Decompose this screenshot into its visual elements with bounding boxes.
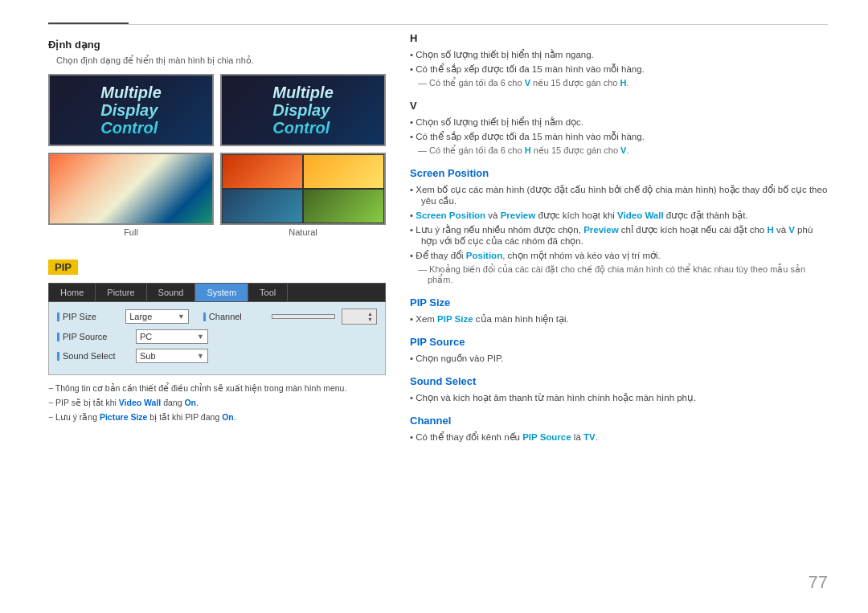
screen-pos-note: Khoảng biến đổi của các cài đặt cho chế …: [410, 264, 828, 285]
pip-source-right-label: PIP Source: [410, 336, 828, 348]
channel-label-inline: Channel: [203, 312, 265, 322]
v-bullet-1: Chọn số lượng thiết bị hiển thị nằm dọc.: [410, 116, 828, 128]
pip-source-label-inline: PIP Source: [57, 332, 129, 342]
channel-bullet-1: Có thể thay đổi kênh nếu PIP Source là T…: [410, 431, 828, 443]
page-number: 77: [809, 572, 828, 593]
label-full: Full: [48, 227, 214, 237]
photo-cell-4: [303, 189, 384, 223]
v-section-label: V: [410, 100, 828, 112]
menu-tab-sound[interactable]: Sound: [147, 284, 196, 301]
pip-size-right-label: PIP Size: [410, 296, 828, 309]
pip-size-bullet-1: Xem PIP Size của màn hình hiện tại.: [410, 313, 828, 325]
pip-menu-table: PIP Size Large ▼ Channel ▲ ▼: [48, 302, 386, 375]
screen-position-label: Screen Position: [410, 167, 828, 179]
screen-pos-bullet-3: Lưu ý rằng nếu nhiều nhóm được chọn, Pre…: [410, 224, 828, 247]
photo-cell-2: [303, 154, 384, 189]
display-format-grid: Multiple Display Control Multiple Displa…: [48, 74, 386, 237]
pip-badge: PIP: [48, 260, 78, 275]
dinh-dang-heading: Định dạng: [48, 39, 386, 51]
display-card-photo-full-wrapper: Full: [48, 153, 214, 237]
top-line: [48, 24, 828, 25]
sound-select-label-inline: Sound Select: [57, 351, 129, 362]
h-bullet-2: Có thể sắp xếp được tối đa 15 màn hình v…: [410, 63, 828, 75]
h-section-label: H: [410, 32, 828, 44]
sound-select-right-label: Sound Select: [410, 375, 828, 387]
pip-size-label: PIP Size: [57, 312, 119, 322]
card1-text: Multiple Display Control: [94, 77, 168, 143]
display-card-text-2: Multiple Display Control: [220, 74, 386, 146]
screen-pos-bullet-4: Để thay đổi Position, chọn một nhóm và k…: [410, 250, 828, 261]
pip-size-select[interactable]: Large ▼: [125, 309, 189, 324]
display-card-text-1: Multiple Display Control: [48, 74, 214, 146]
display-card-photo-natural-wrapper: Natural: [220, 153, 386, 237]
photo-cell-3: [222, 189, 303, 223]
screen-pos-bullet-1: Xem bố cục các màn hình (được đặt cấu hì…: [410, 184, 828, 206]
pip-menu-bar: Home Picture Sound System Tool: [48, 283, 386, 302]
photo-full-sim: [50, 154, 212, 223]
dinh-dang-sub: Chọn định dạng để hiển thị màn hình bị c…: [56, 55, 386, 66]
photo-cell-1: [222, 154, 303, 189]
pip-source-bullet-1: Chọn nguồn vào PIP.: [410, 353, 828, 364]
menu-row-pip-source: PIP Source PC ▼: [57, 329, 377, 344]
pip-source-select[interactable]: PC ▼: [136, 329, 208, 344]
label-natural: Natural: [220, 227, 386, 237]
note-2: PIP sẽ bị tắt khi Video Wall đang On.: [48, 398, 386, 407]
left-column: Định dạng Chọn định dạng để hiển thị màn…: [48, 32, 386, 446]
channel-input[interactable]: [272, 314, 335, 319]
menu-tab-picture[interactable]: Picture: [96, 284, 146, 301]
sound-select-bullet-1: Chọn và kích hoạt âm thanh từ màn hình c…: [410, 392, 828, 403]
menu-row-sound-select: Sound Select Sub ▼: [57, 349, 377, 363]
v-note: Có thể gán tối đa 6 cho H nếu 15 được gá…: [410, 145, 828, 156]
photo-grid: [222, 154, 384, 223]
card2-text: Multiple Display Control: [266, 77, 340, 143]
menu-tab-home[interactable]: Home: [49, 284, 96, 301]
h-note: Có thể gán tối đa 6 cho V nếu 15 được gá…: [410, 78, 828, 88]
v-bullet-2: Có thể sắp xếp được tối đa 15 màn hình v…: [410, 131, 828, 142]
menu-row-pip-size: PIP Size Large ▼ Channel ▲ ▼: [57, 309, 377, 325]
channel-right-label: Channel: [410, 415, 828, 427]
screen-pos-bullet-2: Screen Position và Preview được kích hoạ…: [410, 210, 828, 221]
note-1: Thông tin cơ bản cần thiết để điều chỉnh…: [48, 383, 386, 393]
menu-tab-system[interactable]: System: [195, 284, 248, 301]
right-column: H Chọn số lượng thiết bị hiển thị nằm ng…: [410, 32, 828, 446]
note-3: Lưu ý rằng Picture Size bị tắt khi PIP đ…: [48, 412, 386, 422]
menu-tab-tool[interactable]: Tool: [248, 284, 288, 301]
photo-natural-sim: [222, 154, 384, 223]
sound-select-dropdown[interactable]: Sub ▼: [136, 349, 208, 363]
h-bullet-1: Chọn số lượng thiết bị hiển thị nằm ngan…: [410, 49, 828, 60]
channel-spinner[interactable]: ▲ ▼: [342, 309, 377, 325]
